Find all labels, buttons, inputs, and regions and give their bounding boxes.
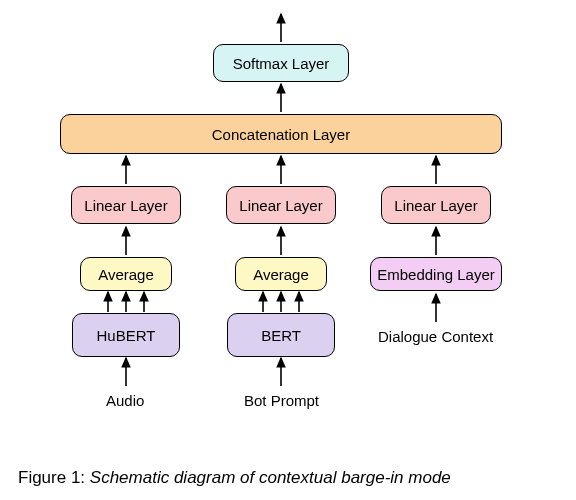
linear1-label: Linear Layer [84, 197, 167, 214]
linear2-label: Linear Layer [239, 197, 322, 214]
linear-layer-3-box: Linear Layer [381, 186, 491, 224]
caption-text: Schematic diagram of contextual barge-in… [90, 468, 451, 487]
embedding-layer-box: Embedding Layer [370, 257, 502, 291]
softmax-label: Softmax Layer [233, 55, 330, 72]
avg1-label: Average [98, 266, 154, 283]
average-1-box: Average [80, 257, 172, 291]
concat-layer-box: Concatenation Layer [60, 114, 502, 154]
average-2-box: Average [235, 257, 327, 291]
bert-box: BERT [227, 313, 335, 357]
softmax-layer-box: Softmax Layer [213, 44, 349, 82]
linear-layer-2-box: Linear Layer [226, 186, 336, 224]
architecture-diagram: Softmax Layer Concatenation Layer Linear… [0, 0, 576, 460]
bert-label: BERT [261, 327, 301, 344]
audio-input-label: Audio [106, 392, 144, 409]
context-input-label: Dialogue Context [378, 328, 493, 345]
prompt-input-label: Bot Prompt [244, 392, 319, 409]
caption-label: Figure 1: [18, 468, 85, 487]
hubert-label: HuBERT [97, 327, 156, 344]
hubert-box: HuBERT [72, 313, 180, 357]
concat-label: Concatenation Layer [212, 126, 350, 143]
avg2-label: Average [253, 266, 309, 283]
linear3-label: Linear Layer [394, 197, 477, 214]
linear-layer-1-box: Linear Layer [71, 186, 181, 224]
figure-caption: Figure 1: Schematic diagram of contextua… [0, 468, 576, 488]
embed-label: Embedding Layer [377, 266, 495, 283]
